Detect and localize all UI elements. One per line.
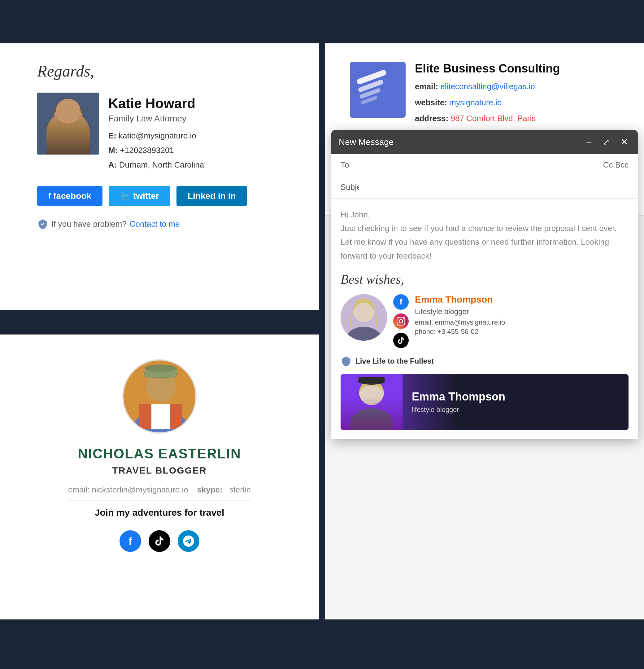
elite-email: email: eliteconsalting@villegas.io (415, 80, 560, 93)
elite-card: Elite Business Consulting email: eliteco… (350, 62, 619, 128)
katie-title: Family Law Attorney (109, 114, 204, 124)
emma-phone-line: phone: +3 455-56-02 (415, 328, 629, 336)
emma-banner-role: lifestyle blogger (412, 406, 505, 414)
nicholas-cta: Join my adventures for travel (37, 507, 282, 518)
elite-website-link[interactable]: mysignature.io (449, 98, 502, 107)
svg-rect-3 (54, 127, 82, 148)
regards-text: Regards, (37, 62, 282, 80)
compose-subject-label: Subject (341, 182, 359, 192)
compose-to-input[interactable] (359, 160, 603, 170)
compose-body[interactable]: Hi John, Just checking in to see if you … (331, 199, 638, 439)
linkedin-icon: in (228, 191, 236, 201)
nicholas-avatar (122, 359, 197, 433)
emma-instagram-icon[interactable] (393, 313, 409, 329)
svg-point-1 (54, 100, 82, 128)
emma-avatar (341, 294, 387, 341)
compose-cc-bcc[interactable]: Cc Bcc (603, 160, 629, 170)
left-panel: Regards, (0, 43, 319, 620)
emma-social-icons: f (393, 294, 409, 348)
contact-note: If you have problem? Contact to me (37, 218, 282, 229)
compose-close-button[interactable]: ✕ (618, 136, 630, 148)
nicholas-telegram-icon[interactable] (178, 530, 199, 552)
katie-name: Katie Howard (109, 96, 204, 111)
bottom-bar (0, 620, 644, 663)
vertical-divider (319, 43, 325, 620)
fb-icon: f (48, 192, 51, 200)
katie-signature-card: Katie Howard Family Law Attorney E: kati… (37, 92, 282, 173)
nicholas-name: NICHOLAS EASTERLIN (37, 446, 282, 461)
mobile-label: M: (109, 145, 118, 155)
compose-expand-button[interactable]: ⤢ (600, 136, 612, 148)
nicholas-skype: sterlin (229, 485, 251, 494)
katie-facebook-button[interactable]: f facebook (37, 186, 102, 206)
nicholas-skype-label: skype: (197, 485, 223, 494)
katie-address: A: Durham, North Carolina (109, 159, 204, 171)
emma-tiktok-icon[interactable] (393, 333, 409, 348)
elite-info: Elite Business Consulting email: eliteco… (415, 62, 560, 128)
top-bar (0, 0, 644, 43)
svg-point-14 (145, 365, 177, 372)
address-label: A: (109, 160, 117, 169)
emma-signature: f Emma (341, 294, 629, 348)
elite-website: website: mysignature.io (415, 96, 560, 109)
live-life-note: Live Life to the Fullest (341, 356, 629, 367)
emma-info: Emma Thompson Lifestyle blogger email: e… (415, 294, 629, 337)
compose-subject-field: Subject (331, 176, 638, 199)
katie-twitter-button[interactable]: 🐦 twitter (109, 186, 170, 206)
twitter-icon: 🐦 (120, 191, 131, 201)
email-label: E: (109, 131, 116, 140)
svg-rect-4 (59, 113, 67, 118)
svg-rect-11 (152, 404, 170, 429)
compose-header: New Message – ⤢ ✕ (331, 130, 638, 154)
compose-title: New Message (339, 137, 393, 147)
emma-banner-name: Emma Thompson (412, 390, 505, 403)
compose-to-field: To Cc Bcc (331, 154, 638, 176)
nicholas-avatar-container (37, 359, 282, 433)
compose-subject-input[interactable] (359, 182, 629, 192)
compose-minimize-button[interactable]: – (584, 136, 594, 148)
best-wishes-text: Best wishes, (341, 272, 629, 287)
emma-banner-photo (341, 374, 402, 430)
emma-facebook-icon[interactable]: f (393, 294, 409, 310)
compose-body-text: Hi John, Just checking in to see if you … (341, 208, 629, 262)
svg-rect-27 (359, 377, 385, 383)
elite-address: address: 987 Comfort Blvd, Paris (415, 112, 560, 125)
emma-role: Lifestyle blogger (415, 307, 629, 316)
left-top-section: Regards, (0, 43, 319, 310)
live-life-icon (341, 356, 352, 367)
compose-to-label: To (341, 160, 359, 170)
left-bottom-section: NICHOLAS EASTERLIN TRAVEL BLOGGER email:… (0, 334, 319, 620)
svg-point-2 (45, 130, 91, 155)
emma-banner: Emma Thompson lifestyle blogger (341, 374, 629, 430)
main-area: Regards, (0, 43, 644, 620)
emma-name-link[interactable]: Emma Thompson (415, 294, 629, 305)
left-dark-separator (0, 310, 319, 334)
compose-controls: – ⤢ ✕ (584, 136, 630, 148)
nicholas-socials: f (37, 530, 282, 552)
nicholas-email-label: email: (68, 485, 89, 494)
nicholas-contact: email: nicksterlin@mysignature.io skype:… (37, 485, 282, 501)
contact-link[interactable]: Contact to me (130, 219, 180, 229)
live-life-text: Live Life to the Fullest (355, 357, 434, 366)
katie-social-buttons: f facebook 🐦 twitter Linked in in (37, 186, 282, 206)
elite-company-name: Elite Business Consulting (415, 62, 560, 75)
compose-window: New Message – ⤢ ✕ To Cc Bcc Subject Hi J… (331, 130, 638, 439)
emma-banner-overlay (341, 396, 402, 430)
right-panel: Elite Business Consulting email: eliteco… (325, 43, 644, 620)
katie-mobile: M: +12023893201 (109, 144, 204, 156)
nicholas-email: nicksterlin@mysignature.io (92, 485, 188, 494)
elite-logo (350, 62, 405, 118)
katie-email: E: katie@mysignature.io (109, 130, 204, 142)
emma-banner-text: Emma Thompson lifestyle blogger (402, 384, 515, 420)
katie-linkedin-button[interactable]: Linked in in (176, 186, 247, 206)
katie-info: Katie Howard Family Law Attorney E: kati… (109, 92, 204, 173)
elite-email-link[interactable]: eliteconsalting@villegas.io (440, 82, 535, 91)
nicholas-tiktok-icon[interactable] (148, 530, 170, 552)
shield-icon (37, 218, 48, 229)
nicholas-facebook-icon[interactable]: f (119, 530, 141, 552)
svg-rect-5 (70, 113, 77, 118)
katie-avatar (37, 92, 99, 155)
nicholas-title: TRAVEL BLOGGER (37, 465, 282, 476)
emma-email-line: email: emma@mysignature.io (415, 318, 629, 326)
